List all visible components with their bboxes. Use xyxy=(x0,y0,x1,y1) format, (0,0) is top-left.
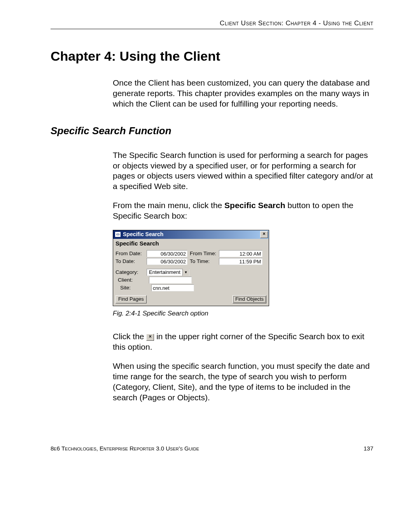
dialog-titlebar: ▭ Specific Search × xyxy=(113,230,269,239)
to-date-label: To Date: xyxy=(116,258,147,265)
p2-bold: Specific Search xyxy=(224,201,285,210)
to-time-label: To Time: xyxy=(187,258,219,265)
dialog-title: Specific Search xyxy=(123,231,260,238)
find-pages-button[interactable]: Find Pages xyxy=(116,295,147,303)
to-date-field[interactable]: 06/30/2002 xyxy=(147,258,187,265)
dialog-subtitle: Specific Search xyxy=(116,240,266,247)
category-select[interactable]: Entertainment ▼ xyxy=(147,269,189,276)
site-label: Site: xyxy=(116,284,151,291)
from-date-label: From Date: xyxy=(116,250,147,257)
close-icon[interactable]: × xyxy=(260,231,268,238)
site-field[interactable]: cnn.net xyxy=(151,284,194,291)
p3-part-a: Click the xyxy=(113,332,146,341)
section-paragraph-4: When using the specific search function,… xyxy=(113,361,373,403)
client-field[interactable] xyxy=(149,277,192,284)
client-label: Client: xyxy=(116,277,149,283)
footer-left: 8e6 Technologies, Enterprise Reporter 3.… xyxy=(51,445,199,452)
section-paragraph-3: Click the × in the upper right corner of… xyxy=(113,331,373,352)
section-paragraph-1: The Specific Search function is used for… xyxy=(113,150,373,192)
chapter-title: Chapter 4: Using the Client xyxy=(51,49,373,64)
specific-search-dialog: ▭ Specific Search × Specific Search From… xyxy=(113,230,269,306)
figure-caption: Fig. 2:4-1 Specific Search option xyxy=(113,309,373,318)
from-date-field[interactable]: 06/30/2002 xyxy=(147,250,187,257)
p2-part-a: From the main menu, click the xyxy=(113,201,224,210)
page-footer: 8e6 Technologies, Enterprise Reporter 3.… xyxy=(51,445,373,452)
section-paragraph-2: From the main menu, click the Specific S… xyxy=(113,200,373,221)
chevron-down-icon[interactable]: ▼ xyxy=(182,269,189,276)
from-time-field[interactable]: 12:00 AM xyxy=(219,250,262,257)
from-time-label: From Time: xyxy=(187,250,219,257)
find-objects-button[interactable]: Find Objects xyxy=(233,295,266,303)
category-label: Category: xyxy=(116,269,147,275)
running-header: Client User Section: Chapter 4 - Using t… xyxy=(51,19,373,29)
dialog-app-icon: ▭ xyxy=(115,231,121,237)
page-number: 137 xyxy=(364,445,373,452)
category-value: Entertainment xyxy=(148,269,182,276)
section-heading: Specific Search Function xyxy=(51,125,373,137)
to-time-field[interactable]: 11:59 PM xyxy=(219,258,262,265)
intro-paragraph: Once the Client has been customized, you… xyxy=(113,78,373,109)
inline-close-icon: × xyxy=(146,334,154,341)
